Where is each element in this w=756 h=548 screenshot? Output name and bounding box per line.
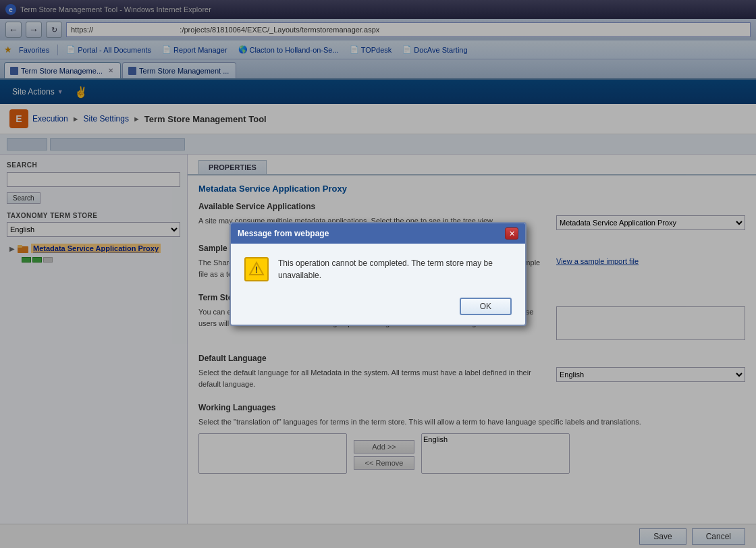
modal-title: Message from webpage bbox=[238, 229, 329, 238]
modal-message: This operation cannot be completed. The … bbox=[278, 257, 512, 281]
warning-icon: ! bbox=[244, 257, 269, 281]
modal-close-button[interactable]: ✕ bbox=[505, 227, 518, 240]
modal-dialog: Message from webpage ✕ ! This operation … bbox=[230, 222, 526, 326]
modal-footer: OK bbox=[231, 292, 525, 325]
modal-titlebar: Message from webpage ✕ bbox=[231, 223, 525, 244]
modal-ok-button[interactable]: OK bbox=[460, 298, 512, 315]
modal-overlay: Message from webpage ✕ ! This operation … bbox=[0, 0, 756, 548]
svg-text:!: ! bbox=[255, 265, 258, 275]
modal-body: ! This operation cannot be completed. Th… bbox=[231, 244, 525, 292]
